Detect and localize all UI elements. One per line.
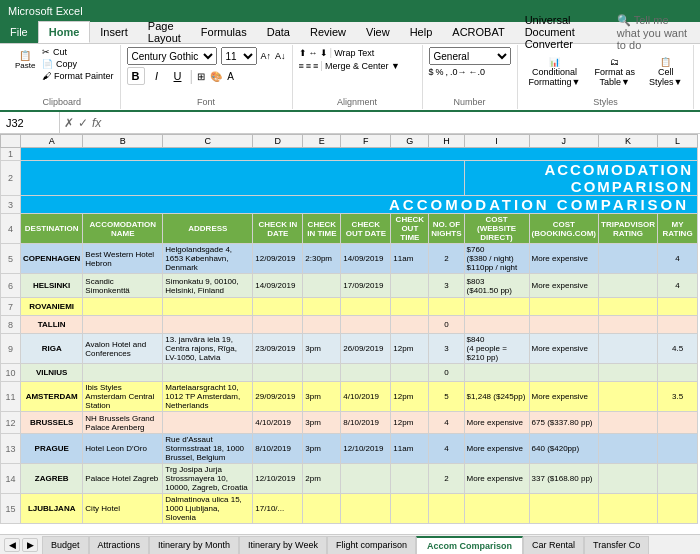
align-left-button[interactable]: ≡ [299,60,304,71]
paste-button[interactable]: 📋Paste [10,47,40,73]
tab-udc[interactable]: Universal Document Converter [515,21,607,43]
currency-button[interactable]: $ [429,67,434,77]
align-top-button[interactable]: ⬆ [299,47,307,58]
dec-increase-button[interactable]: .0→ [450,67,467,77]
row-num-13: 13 [1,434,21,464]
ribbon-tabs-row: File Home Insert Page Layout Formulas Da… [0,22,700,44]
sheet-tab-attractions[interactable]: Attractions [89,536,150,554]
tab-view[interactable]: View [356,21,400,43]
font-label: Font [127,97,286,107]
tab-review[interactable]: Review [300,21,356,43]
col-header-d[interactable]: D [253,135,303,148]
tab-formulas[interactable]: Formulas [191,21,257,43]
row-num-5: 5 [1,244,21,274]
tab-file[interactable]: File [0,21,38,43]
formula-bar: J32 ✗ ✓ fx [0,112,700,134]
col-header-b[interactable]: B [83,135,163,148]
table-row: 12 BRUSSELS NH Brussels Grand Palace Are… [1,412,698,434]
font-color-button[interactable]: A [226,70,235,83]
sheet-tab-itinerary-week[interactable]: Itinerary by Week [239,536,327,554]
cut-button[interactable]: ✂ Cut [42,47,113,57]
sheet-tab-transfer[interactable]: Transfer Co [584,536,649,554]
align-bottom-button[interactable]: ⬇ [320,47,328,58]
table-row: 3 ACCOMODATION COMPARISON [1,196,698,214]
border-button[interactable]: ⊞ [196,70,206,83]
tab-nav-right[interactable]: ▶ [22,538,38,552]
header-address: ADDRESS [163,214,253,244]
table-row: 5 COPENHAGEN Best Western Hotel Hebron H… [1,244,698,274]
header-checkout-date: CHECK OUT DATE [341,214,391,244]
ribbon-group-alignment: ⬆ ↔ ⬇ | Wrap Text ≡ ≡ ≡ | Merge & Center… [293,45,423,109]
col-header-k[interactable]: K [599,135,658,148]
table-row: 1 [1,148,698,161]
sheet-tab-accom[interactable]: Accom Comparison [416,536,523,554]
clipboard-label: Clipboard [10,97,114,107]
font-name-select[interactable]: Century Gothic [127,47,217,65]
conditional-formatting-button[interactable]: 📊ConditionalFormatting▼ [524,54,586,90]
tab-search[interactable]: 🔍 Tell me what you want to do [607,21,700,43]
ribbon-group-font: Century Gothic 11 A↑ A↓ B I U | ⊞ 🎨 A Fo… [121,45,293,109]
copy-button[interactable]: 📄 Copy [42,59,113,69]
formula-insert-icon[interactable]: fx [92,116,101,130]
col-header-l[interactable]: L [658,135,698,148]
title-cell: ACCOMODATION COMPARISON [21,196,698,214]
align-right-button[interactable]: ≡ [313,60,318,71]
col-header-e[interactable]: E [303,135,341,148]
tab-nav-left[interactable]: ◀ [4,538,20,552]
cell-reference-box[interactable]: J32 [0,112,60,133]
col-header-f[interactable]: F [341,135,391,148]
font-size-select[interactable]: 11 [221,47,257,65]
table-row: 13 PRAGUE Hotel Leon D'Oro Rue d'Assaut … [1,434,698,464]
col-header-i[interactable]: I [464,135,529,148]
fill-color-button[interactable]: 🎨 [209,70,223,83]
align-middle-button[interactable]: ↔ [309,47,318,58]
wrap-text-button[interactable]: Wrap Text [334,47,374,58]
format-as-table-button[interactable]: 🗂Format asTable▼ [589,54,640,90]
row-num-8: 8 [1,316,21,334]
header-my-rating: MY RATING [658,214,698,244]
col-header-j[interactable]: J [529,135,598,148]
percent-button[interactable]: % [436,67,444,77]
cell-styles-button[interactable]: 📋CellStyles▼ [644,54,687,90]
merge-center-button[interactable]: Merge & Center ▼ [325,60,400,71]
header-cost-web: COST (WEBSITE DIRECT) [464,214,529,244]
col-header-g[interactable]: G [391,135,429,148]
tab-home[interactable]: Home [38,21,91,43]
dec-decrease-button[interactable]: ←.0 [469,67,486,77]
sheet-tab-flight[interactable]: Flight comparison [327,536,416,554]
sheet-tab-car-rental[interactable]: Car Rental [523,536,584,554]
formula-cancel-icon[interactable]: ✗ [64,116,74,130]
tab-data[interactable]: Data [257,21,300,43]
grid-scroll[interactable]: A B C D E F G H I J K L [0,134,700,534]
row-num-1: 1 [1,148,21,161]
col-header-c[interactable]: C [163,135,253,148]
underline-button[interactable]: U [169,67,187,85]
ribbon-body: 📋Paste ✂ Cut 📄 Copy 🖌 Format Painter Cli… [0,44,700,112]
spreadsheet-area: A B C D E F G H I J K L [0,134,700,534]
header-checkin-date: CHECK IN DATE [253,214,303,244]
row-num-9: 9 [1,334,21,364]
col-header-h[interactable]: H [429,135,464,148]
tab-help[interactable]: Help [400,21,443,43]
decrease-font-button[interactable]: A↓ [275,51,286,61]
tab-insert[interactable]: Insert [90,21,138,43]
row-num-7: 7 [1,298,21,316]
formula-input[interactable] [105,117,700,129]
table-row: 6 HELSINKI Scandic Simonkenttä Simonkatu… [1,274,698,298]
header-checkout-time: CHECK OUT TIME [391,214,429,244]
sheet-tab-budget[interactable]: Budget [42,536,89,554]
number-format-select[interactable]: General [429,47,511,65]
bold-button[interactable]: B [127,67,145,85]
table-row: 15 LJUBLJANA City Hotel Dalmatinova ulic… [1,494,698,524]
italic-button[interactable]: I [148,67,166,85]
format-painter-button[interactable]: 🖌 Format Painter [42,71,113,81]
align-center-button[interactable]: ≡ [306,60,311,71]
header-accom-name: ACCOMODATION NAME [83,214,163,244]
tab-pagelayout[interactable]: Page Layout [138,21,191,43]
comma-button[interactable]: , [446,67,449,77]
sheet-tab-itinerary-month[interactable]: Itinerary by Month [149,536,239,554]
formula-confirm-icon[interactable]: ✓ [78,116,88,130]
increase-font-button[interactable]: A↑ [261,51,272,61]
tab-acrobat[interactable]: ACROBAT [442,21,514,43]
col-header-a[interactable]: A [21,135,83,148]
